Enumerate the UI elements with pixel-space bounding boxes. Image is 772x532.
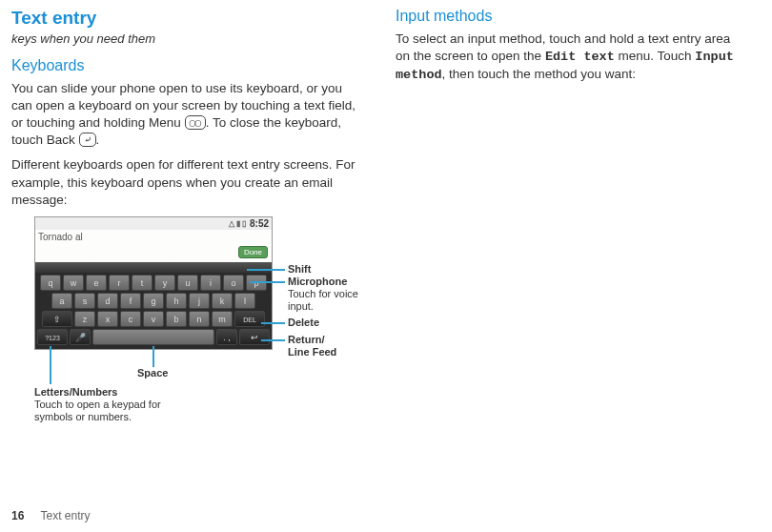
return-key[interactable]: ↩ [239, 329, 270, 345]
space-key[interactable] [92, 329, 214, 345]
return-label: Return/ Line Feed [288, 334, 336, 358]
key-e[interactable]: e [86, 275, 107, 291]
key-o[interactable]: o [223, 275, 244, 291]
key-x[interactable]: x [97, 311, 118, 327]
im-para-c: , then touch the method you want: [442, 67, 636, 81]
input-methods-para: To select an input method, touch and hol… [396, 31, 743, 85]
key-g[interactable]: g [143, 293, 164, 309]
status-time: 8:52 [250, 218, 269, 229]
shift-label: Shift [288, 263, 311, 276]
key-r[interactable]: r [109, 275, 130, 291]
keyboards-heading: Keyboards [11, 57, 359, 74]
phone-mockup: △ ▮ ▯ 8:52 Tornado al Done qwertyuiop as… [34, 216, 273, 350]
key-z[interactable]: z [74, 311, 95, 327]
para1-text-c: . [96, 133, 100, 147]
page-subtitle: keys when you need them [11, 31, 359, 48]
key-q[interactable]: q [40, 275, 61, 291]
key-d[interactable]: d [97, 293, 118, 309]
im-para-b: menu. Touch [615, 49, 696, 63]
right-column: Input methods To select an input method,… [396, 8, 743, 440]
symbols-key[interactable]: ?123 [37, 329, 68, 345]
delete-label: Delete [288, 317, 319, 329]
typed-text: Tornado al [38, 232, 83, 242]
keyboards-para1: You can slide your phone open to use its… [11, 80, 359, 150]
key-m[interactable]: m [212, 311, 233, 327]
key-b[interactable]: b [166, 311, 187, 327]
space-label: Space [137, 367, 168, 379]
footer-section: Text entry [40, 509, 90, 522]
signal-icon: △ ▮ ▯ [229, 219, 246, 228]
key-n[interactable]: n [189, 311, 210, 327]
key-j[interactable]: j [189, 293, 210, 309]
key-k[interactable]: k [212, 293, 233, 309]
menu-icon: ▢▢ [185, 115, 206, 130]
key-p[interactable]: p [246, 275, 267, 291]
text-input-area[interactable]: Tornado al Done [35, 230, 272, 262]
shift-key[interactable]: ⇧ [42, 311, 72, 327]
page-footer: 16 Text entry [11, 509, 91, 522]
key-a[interactable]: a [51, 293, 72, 309]
letters-numbers-label: Letters/Numbers Touch to open a keypad f… [34, 386, 196, 424]
page-number: 16 [11, 509, 24, 522]
key-y[interactable]: y [154, 275, 175, 291]
key-i[interactable]: i [200, 275, 221, 291]
keyboard: qwertyuiop asdfghjkl ⇧zxcvbnmDEL ?123🎤. … [35, 273, 272, 349]
status-bar: △ ▮ ▯ 8:52 [35, 217, 272, 230]
microphone-label: Microphone Touch for voice input. [288, 276, 364, 314]
page-title: Text entry [11, 8, 359, 29]
edit-text-bold: Edit text [545, 50, 615, 64]
delete-key[interactable]: DEL [234, 311, 265, 327]
key-f[interactable]: f [120, 293, 141, 309]
input-methods-heading: Input methods [396, 8, 743, 25]
keyboard-diagram: △ ▮ ▯ 8:52 Tornado al Done qwertyuiop as… [11, 216, 359, 440]
period-key[interactable]: . , [216, 329, 237, 345]
key-c[interactable]: c [120, 311, 141, 327]
key-l[interactable]: l [234, 293, 255, 309]
left-column: Text entry keys when you need them Keybo… [11, 8, 359, 440]
key-u[interactable]: u [177, 275, 198, 291]
back-icon: ⤶ [79, 133, 96, 147]
key-t[interactable]: t [132, 275, 152, 291]
key-h[interactable]: h [166, 293, 187, 309]
keyboards-para2: Different keyboards open for different t… [11, 156, 359, 209]
suggestion-bar [35, 262, 272, 273]
key-v[interactable]: v [143, 311, 164, 327]
key-s[interactable]: s [74, 293, 95, 309]
key-w[interactable]: w [63, 275, 84, 291]
microphone-key[interactable]: 🎤 [70, 329, 91, 345]
done-button[interactable]: Done [238, 246, 268, 258]
